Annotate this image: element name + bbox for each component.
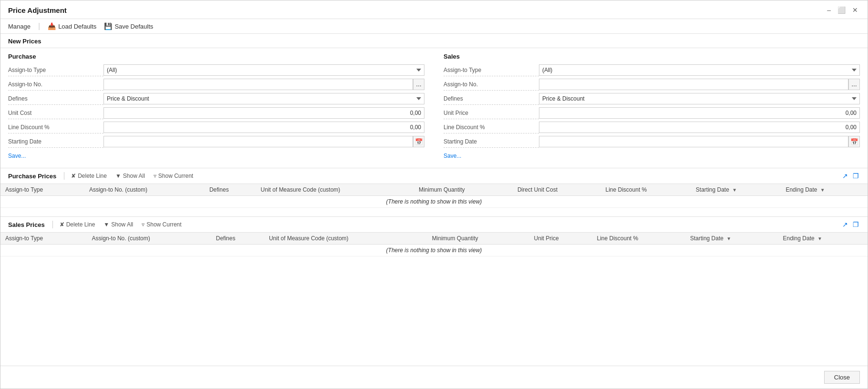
sales-assign-to-no-label: Assign-to No. bbox=[444, 79, 539, 91]
sales-assign-to-no-input[interactable] bbox=[539, 79, 848, 90]
purchase-assign-to-no-row: Assign-to No. … bbox=[8, 78, 424, 91]
purchase-col-ending-date[interactable]: Ending Date ▼ bbox=[781, 184, 868, 196]
purchase-prices-title: Purchase Prices bbox=[8, 173, 56, 180]
sales-line-discount-input[interactable] bbox=[539, 122, 860, 133]
purchase-prices-table-container: Assign-to Type Assign-to No. (custom) De… bbox=[0, 184, 868, 213]
sales-unit-price-input[interactable] bbox=[539, 107, 860, 119]
sales-defines-select[interactable]: Price & Discount Price Discount bbox=[539, 93, 860, 104]
sales-expand-button[interactable]: ❐ bbox=[852, 220, 860, 229]
toolbar-save-defaults[interactable]: 💾 Save Defaults bbox=[104, 22, 153, 30]
purchase-col-assign-to-type: Assign-to Type bbox=[0, 184, 84, 196]
sales-assign-to-type-select[interactable]: (All) Customer Vendor bbox=[539, 64, 860, 76]
sales-col-starting-date[interactable]: Starting Date ▼ bbox=[685, 233, 778, 245]
sales-prices-table: Assign-to Type Assign-to No. (custom) De… bbox=[0, 233, 868, 256]
sales-assign-to-type-label: Assign-to Type bbox=[444, 64, 539, 76]
purchase-line-discount-row: Line Discount % bbox=[8, 121, 424, 133]
purchase-starting-date-calendar-button[interactable]: 📅 bbox=[413, 136, 424, 147]
delete-line-icon: ✘ bbox=[71, 173, 76, 179]
purchase-header-separator bbox=[64, 172, 64, 180]
purchase-assign-to-type-select[interactable]: (All) Customer Vendor bbox=[103, 64, 424, 76]
toolbar-manage[interactable]: Manage bbox=[8, 23, 31, 30]
new-prices-section: Purchase Assign-to Type (All) Customer V… bbox=[0, 48, 868, 164]
purchase-delete-line-button[interactable]: ✘ Delete Line bbox=[69, 172, 109, 180]
close-title-button[interactable]: ✕ bbox=[850, 5, 860, 15]
purchase-show-all-button[interactable]: ▼ Show All bbox=[114, 172, 147, 180]
sales-assign-to-no-input-group: … bbox=[539, 79, 860, 90]
sales-assign-to-no-control: … bbox=[539, 79, 860, 90]
sales-prices-empty-row: (There is nothing to show in this view) bbox=[0, 245, 868, 256]
sales-starting-date-control: 📅 bbox=[539, 136, 860, 147]
toolbar: Manage | 📥 Load Defaults 💾 Save Defaults bbox=[0, 19, 868, 34]
purchase-assign-to-type-row: Assign-to Type (All) Customer Vendor bbox=[8, 64, 424, 76]
purchase-assign-to-no-browse-button[interactable]: … bbox=[413, 79, 424, 90]
toolbar-separator-1: | bbox=[38, 22, 40, 31]
purchase-defines-select[interactable]: Price & Discount Price Discount bbox=[103, 93, 424, 104]
purchase-col-line-discount: Line Discount % bbox=[601, 184, 691, 196]
purchase-defines-row: Defines Price & Discount Price Discount bbox=[8, 92, 424, 105]
purchase-assign-to-no-control: … bbox=[103, 79, 424, 90]
sales-col-min-qty: Minimum Quantity bbox=[427, 233, 529, 245]
purchase-starting-date-label: Starting Date bbox=[8, 136, 103, 148]
purchase-starting-date-row: Starting Date 📅 bbox=[8, 135, 424, 148]
sales-col-ending-date[interactable]: Ending Date ▼ bbox=[778, 233, 868, 245]
close-button[interactable]: Close bbox=[824, 371, 860, 384]
sales-unit-price-control bbox=[539, 107, 860, 119]
purchase-defines-label: Defines bbox=[8, 93, 103, 105]
save-defaults-label: Save Defaults bbox=[114, 23, 153, 30]
main-content: New Prices Purchase Assign-to Type (All)… bbox=[0, 34, 868, 366]
purchase-prices-header-right: ↗ ❐ bbox=[841, 171, 860, 181]
toolbar-load-defaults[interactable]: 📥 Load Defaults bbox=[48, 22, 96, 30]
sales-save-link[interactable]: Save... bbox=[444, 153, 860, 159]
sales-prices-table-container: Assign-to Type Assign-to No. (custom) De… bbox=[0, 233, 868, 261]
purchase-show-current-button[interactable]: ▿ Show Current bbox=[152, 172, 195, 180]
sales-delete-line-button[interactable]: ✘ Delete Line bbox=[58, 220, 97, 229]
sales-share-button[interactable]: ↗ bbox=[841, 220, 849, 229]
sales-col-uom: Unit of Measure Code (custom) bbox=[264, 233, 427, 245]
maximize-button[interactable]: ⬜ bbox=[836, 5, 847, 15]
sales-starting-date-sort-icon: ▼ bbox=[726, 236, 731, 241]
sales-line-discount-control bbox=[539, 122, 860, 133]
sales-assign-to-type-row: Assign-to Type (All) Customer Vendor bbox=[444, 64, 860, 76]
sales-assign-to-type-control: (All) Customer Vendor bbox=[539, 64, 860, 76]
purchase-starting-date-sort-icon: ▼ bbox=[732, 187, 737, 193]
sales-starting-date-input[interactable] bbox=[539, 136, 848, 147]
sales-prices-table-body: (There is nothing to show in this view) bbox=[0, 245, 868, 256]
sales-defines-row: Defines Price & Discount Price Discount bbox=[444, 92, 860, 105]
purchase-col-uom: Unit of Measure Code (custom) bbox=[256, 184, 414, 196]
purchase-line-discount-control bbox=[103, 122, 424, 133]
sales-assign-to-no-browse-button[interactable]: … bbox=[848, 79, 860, 90]
purchase-col-starting-date[interactable]: Starting Date ▼ bbox=[691, 184, 781, 196]
sales-col-line-discount: Line Discount % bbox=[592, 233, 685, 245]
show-all-icon: ▼ bbox=[115, 173, 121, 179]
sales-unit-price-row: Unit Price bbox=[444, 107, 860, 119]
purchase-defines-control: Price & Discount Price Discount bbox=[103, 93, 424, 104]
sales-group-title: Sales bbox=[444, 53, 860, 60]
purchase-unit-cost-input[interactable] bbox=[103, 107, 424, 119]
price-adjustment-dialog: Price Adjustment – ⬜ ✕ Manage | 📥 Load D… bbox=[0, 0, 868, 389]
purchase-expand-button[interactable]: ❐ bbox=[852, 171, 860, 181]
sales-column: Sales Assign-to Type (All) Customer Vend… bbox=[444, 53, 860, 159]
purchase-starting-date-input[interactable] bbox=[103, 136, 413, 147]
sales-show-current-button[interactable]: ▿ Show Current bbox=[140, 220, 183, 229]
purchase-assign-to-no-input[interactable] bbox=[103, 79, 413, 90]
sales-show-current-label: Show Current bbox=[146, 221, 181, 228]
sales-line-discount-row: Line Discount % bbox=[444, 121, 860, 133]
purchase-save-link[interactable]: Save... bbox=[8, 153, 424, 159]
sales-prices-header: Sales Prices ✘ Delete Line ▼ Show All ▿ … bbox=[0, 217, 868, 233]
sales-starting-date-calendar-button[interactable]: 📅 bbox=[848, 136, 860, 147]
purchase-line-discount-input[interactable] bbox=[103, 122, 424, 133]
purchase-group-title: Purchase bbox=[8, 53, 424, 60]
sales-col-assign-to-no: Assign-to No. (custom) bbox=[87, 233, 211, 245]
load-defaults-label: Load Defaults bbox=[58, 23, 96, 30]
purchase-assign-to-no-input-group: … bbox=[103, 79, 424, 90]
purchase-share-button[interactable]: ↗ bbox=[841, 171, 849, 181]
sales-prices-header-row: Assign-to Type Assign-to No. (custom) De… bbox=[0, 233, 868, 245]
sales-show-all-button[interactable]: ▼ Show All bbox=[102, 220, 135, 229]
sales-starting-date-row: Starting Date 📅 bbox=[444, 135, 860, 148]
minimize-button[interactable]: – bbox=[825, 5, 833, 15]
sales-delete-line-label: Delete Line bbox=[66, 221, 95, 228]
new-prices-header: New Prices bbox=[0, 34, 868, 48]
new-prices-title: New Prices bbox=[8, 38, 41, 45]
sales-prices-empty-message: (There is nothing to show in this view) bbox=[0, 245, 868, 256]
purchase-prices-header-row: Assign-to Type Assign-to No. (custom) De… bbox=[0, 184, 868, 196]
